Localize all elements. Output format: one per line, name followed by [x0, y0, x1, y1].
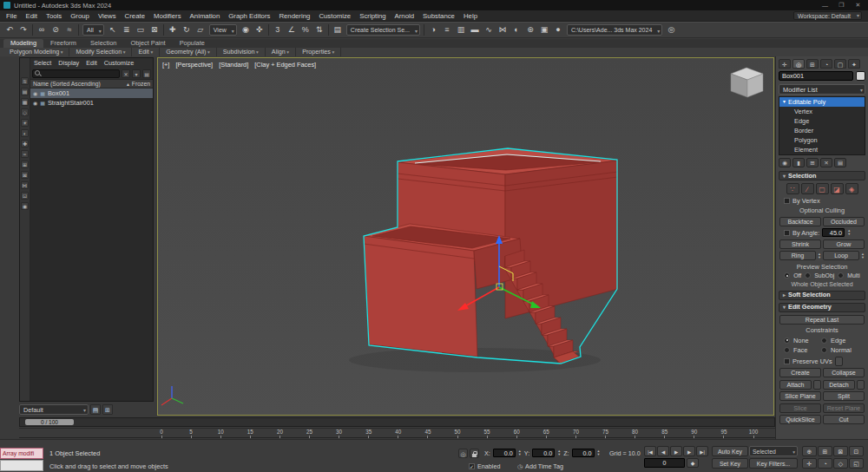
- layer-explorer-icon[interactable]: ▥: [454, 23, 468, 36]
- select-and-rotate-icon[interactable]: ↻: [180, 23, 194, 36]
- preview-multi-radio[interactable]: [838, 272, 844, 279]
- window-crossing-icon[interactable]: ⊠: [148, 23, 161, 36]
- current-frame-field[interactable]: 0: [644, 458, 685, 468]
- slice-plane-button[interactable]: Slice Plane: [779, 391, 821, 401]
- column-name[interactable]: Name (Sorted Ascending): [33, 81, 101, 87]
- show-helpers-icon[interactable]: ✚: [21, 140, 29, 148]
- model-3d[interactable]: [364, 148, 618, 365]
- viewport-menu-general[interactable]: [+]: [162, 61, 169, 69]
- maximize-viewport-icon[interactable]: ◱: [849, 458, 864, 469]
- z-spinner[interactable]: ▲▼: [597, 449, 601, 456]
- loop-button[interactable]: Loop: [823, 251, 859, 260]
- time-slider[interactable]: 0 / 100: [19, 417, 775, 427]
- visibility-icon[interactable]: ◉: [33, 90, 37, 96]
- frame-tick[interactable]: 100: [740, 429, 766, 439]
- constraint-none-radio[interactable]: [784, 338, 790, 344]
- explorer-menu-select[interactable]: Select: [30, 59, 55, 67]
- orbit-icon[interactable]: ◔: [818, 458, 832, 469]
- select-and-manipulate-icon[interactable]: ✜: [253, 23, 266, 36]
- attach-settings-button[interactable]: [813, 380, 821, 390]
- x-coordinate-field[interactable]: 0.0: [493, 449, 516, 457]
- curve-editor-icon[interactable]: ∿: [482, 23, 496, 36]
- modifier-stack-item[interactable]: Element: [779, 145, 865, 154]
- go-to-end-button[interactable]: ▶|: [696, 446, 708, 456]
- time-slider-handle[interactable]: 0 / 100: [25, 419, 74, 425]
- by-angle-checkbox[interactable]: [784, 230, 790, 236]
- clear-search-icon[interactable]: ✕: [122, 69, 130, 78]
- frame-tick[interactable]: 40: [385, 429, 411, 439]
- show-cameras-icon[interactable]: ◐: [21, 129, 29, 137]
- ribbon-panel-properties[interactable]: Properties: [296, 48, 341, 56]
- frame-tick[interactable]: 70: [562, 429, 589, 439]
- modifier-stack-item[interactable]: Polygon: [779, 135, 865, 145]
- vertex-mode-icon[interactable]: ∵: [786, 183, 799, 194]
- time-tag[interactable]: ◷ Add Time Tag: [517, 462, 563, 470]
- display-tab-icon[interactable]: ▢: [834, 59, 846, 69]
- menu-file[interactable]: File: [2, 12, 22, 20]
- isolate-selection-icon[interactable]: ◎: [458, 449, 468, 458]
- modifier-stack-item[interactable]: Border: [779, 126, 865, 135]
- make-unique-icon[interactable]: ⊞: [806, 158, 819, 167]
- project-folder-dropdown[interactable]: C:\Users\Ade... 3ds Max 2024: [567, 24, 662, 36]
- soft-selection-rollout-header[interactable]: ▸ Soft Selection: [779, 291, 865, 300]
- frame-tick[interactable]: 25: [297, 429, 323, 439]
- repeat-last-button[interactable]: Repeat Last: [779, 315, 865, 324]
- menu-tools[interactable]: Tools: [42, 12, 66, 20]
- mirror-icon[interactable]: ◑: [426, 23, 440, 36]
- menu-animation[interactable]: Animation: [186, 12, 225, 20]
- selection-rollout-header[interactable]: ▾ Selection: [779, 171, 865, 180]
- cut-button[interactable]: Cut: [823, 415, 865, 424]
- preserve-uvs-settings-button[interactable]: [835, 357, 843, 366]
- undo-icon[interactable]: ↶: [3, 23, 16, 36]
- create-tab-icon[interactable]: ✛: [779, 59, 791, 69]
- loop-spinner[interactable]: ▲▼: [861, 252, 865, 259]
- frame-tick[interactable]: 45: [415, 429, 441, 439]
- menu-modifiers[interactable]: Modifiers: [149, 12, 186, 20]
- percent-snap-icon[interactable]: %: [299, 23, 312, 36]
- select-and-link-icon[interactable]: ∞: [35, 23, 49, 36]
- ribbon-tab-object-paint[interactable]: Object Paint: [123, 39, 172, 48]
- explorer-menu-display[interactable]: Display: [55, 59, 82, 67]
- menu-rendering[interactable]: Rendering: [274, 12, 314, 20]
- menu-graph-editors[interactable]: Graph Editors: [224, 12, 274, 20]
- search-settings-icon[interactable]: ▤: [142, 69, 151, 78]
- by-vertex-checkbox[interactable]: [784, 198, 790, 204]
- close-button[interactable]: ✕: [852, 2, 865, 9]
- viewport-canvas[interactable]: [158, 58, 773, 415]
- select-and-move-icon[interactable]: ✚: [166, 23, 180, 36]
- pin-stack-icon[interactable]: ◉: [779, 158, 791, 167]
- create-button[interactable]: Create: [779, 368, 821, 377]
- render-setup-icon[interactable]: ⊛: [523, 23, 537, 36]
- frame-tick[interactable]: 5: [178, 429, 204, 439]
- next-frame-button[interactable]: ▶: [683, 446, 695, 456]
- menu-create[interactable]: Create: [121, 12, 149, 20]
- detach-settings-button[interactable]: [857, 380, 865, 390]
- ribbon-tab-populate[interactable]: Populate: [173, 39, 212, 48]
- quickslice-button[interactable]: QuickSlice: [779, 415, 821, 424]
- ribbon-tab-modeling[interactable]: Modeling: [3, 39, 43, 48]
- set-key-button[interactable]: Set Key: [712, 458, 748, 469]
- use-pivot-center-icon[interactable]: ◉: [239, 23, 253, 36]
- grow-button[interactable]: Grow: [823, 239, 865, 249]
- ribbon-panel-align[interactable]: Align: [266, 48, 296, 56]
- spinner-snap-icon[interactable]: ⇅: [312, 23, 326, 36]
- menu-customize[interactable]: Customize: [314, 12, 355, 20]
- pan-icon[interactable]: ✛: [802, 458, 817, 469]
- show-xrefs-icon[interactable]: ⊠: [21, 171, 29, 179]
- sort-alpha-icon[interactable]: ≋: [21, 77, 29, 85]
- viewport-menu-render-preset[interactable]: [Standard]: [219, 61, 248, 69]
- selection-lock-icon[interactable]: [470, 449, 479, 458]
- search-input[interactable]: [32, 69, 120, 78]
- previous-frame-button[interactable]: ◀: [657, 446, 669, 456]
- x-spinner[interactable]: ▲▼: [518, 449, 522, 456]
- preserve-uvs-checkbox[interactable]: [784, 358, 790, 364]
- constraint-edge-radio[interactable]: [821, 338, 827, 344]
- material-editor-icon[interactable]: ◐: [510, 23, 523, 36]
- menu-group[interactable]: Group: [66, 12, 94, 20]
- visibility-icon[interactable]: ◉: [33, 100, 37, 106]
- frame-tick[interactable]: 30: [326, 429, 352, 439]
- y-coordinate-field[interactable]: 0.0: [532, 449, 555, 457]
- ring-button[interactable]: Ring: [779, 251, 816, 260]
- frame-tick[interactable]: 90: [681, 429, 707, 439]
- ribbon-panel-modify-selection[interactable]: Modify Selection: [69, 48, 132, 56]
